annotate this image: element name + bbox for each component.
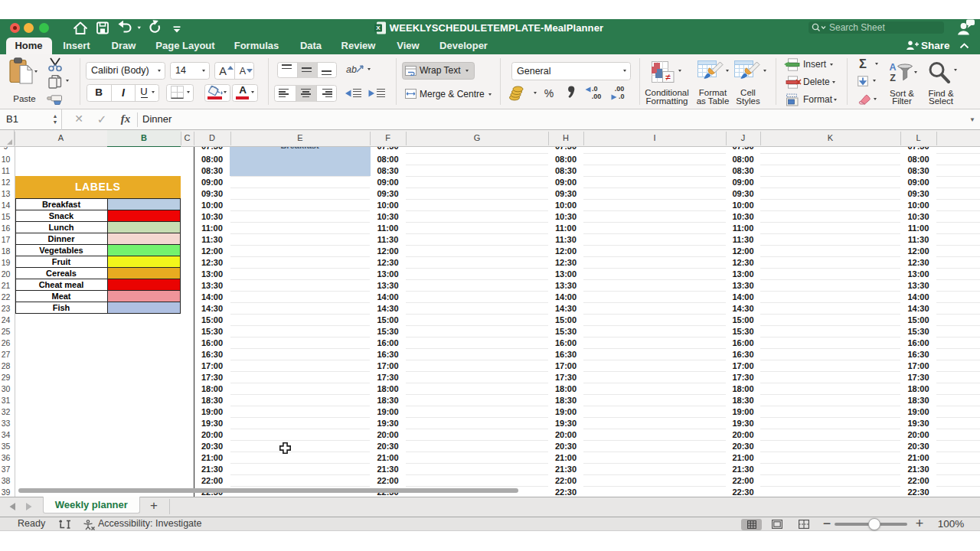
svg-text:A: A [889,62,896,73]
svg-text:Z: Z [890,73,896,83]
svg-text:≠: ≠ [665,72,671,83]
